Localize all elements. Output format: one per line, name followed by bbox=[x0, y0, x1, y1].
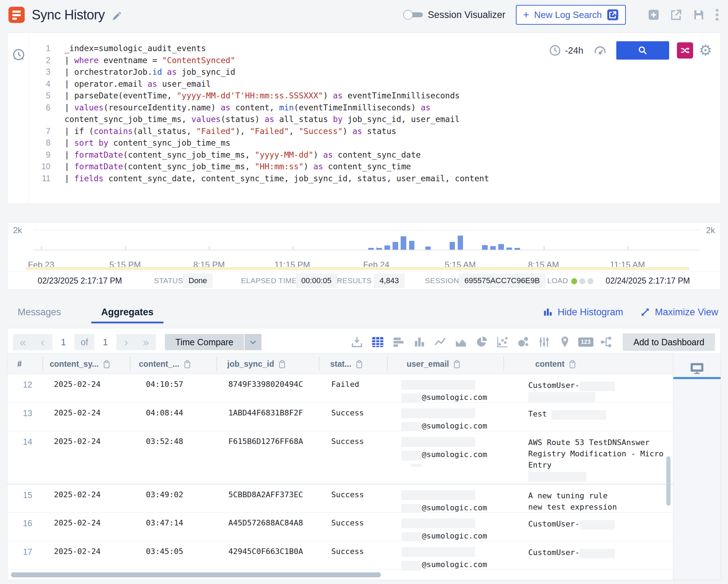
column-header-content_sy[interactable]: content_sy... bbox=[43, 353, 130, 375]
histogram-bar[interactable] bbox=[506, 248, 512, 250]
table-chart-icon[interactable] bbox=[371, 335, 385, 349]
copy-icon[interactable] bbox=[453, 360, 461, 369]
column-header-content_[interactable]: content_... bbox=[130, 353, 217, 375]
bubble-chart-icon[interactable] bbox=[516, 335, 530, 349]
next-page-button[interactable]: › bbox=[116, 334, 136, 350]
gear-icon[interactable]: ⚙ bbox=[699, 43, 712, 58]
page-of-label: of bbox=[74, 337, 94, 347]
redacted-content bbox=[580, 520, 615, 530]
time-range-value[interactable]: -24h bbox=[565, 45, 583, 56]
current-page[interactable]: 1 bbox=[53, 334, 74, 350]
content-line: AWS Route 53 TestDNSAnswer bbox=[528, 437, 673, 448]
time-compare-button[interactable]: Time Compare bbox=[165, 334, 244, 350]
content-text: Registry Modification - Micro bbox=[528, 449, 664, 458]
histogram-plot[interactable]: Feb 235:15 PM8:15 PM11:15 PMFeb 245:15 A… bbox=[33, 230, 699, 250]
query-editor[interactable]: 1_index=sumologic_audit_events2| where e… bbox=[7, 43, 489, 184]
time-selection-strip[interactable] bbox=[26, 267, 689, 270]
histogram-bar[interactable] bbox=[450, 242, 455, 250]
histogram-bar[interactable] bbox=[425, 247, 431, 250]
area-chart-icon[interactable] bbox=[454, 335, 468, 349]
table-row[interactable]: 162025-02-2403:47:14A45D572688AC84A8Succ… bbox=[7, 513, 673, 541]
histogram-bar[interactable] bbox=[368, 248, 374, 250]
histogram-bar[interactable] bbox=[393, 242, 398, 250]
column-header-stat[interactable]: stat... bbox=[319, 353, 387, 375]
map-pin-icon[interactable] bbox=[558, 335, 572, 349]
status-value: Success bbox=[331, 437, 364, 446]
email-domain-line: @sumologic.com bbox=[401, 392, 504, 403]
column-separator bbox=[43, 357, 43, 371]
table-row[interactable]: 172025-02-2403:45:0542945C0F663C1B0ASucc… bbox=[7, 541, 673, 570]
save-icon[interactable] bbox=[692, 8, 705, 22]
row-number: 16 bbox=[23, 518, 32, 528]
content-text: CustomUser- bbox=[528, 548, 580, 557]
histogram-bar[interactable] bbox=[458, 236, 463, 250]
column-header-user_email[interactable]: user_email bbox=[387, 353, 504, 375]
last-page-button[interactable]: » bbox=[136, 334, 156, 350]
scatter-chart-icon[interactable] bbox=[495, 335, 510, 349]
download-icon[interactable] bbox=[350, 335, 364, 349]
table-row[interactable]: 122025-02-2404:10:578749F3398020494CFail… bbox=[7, 374, 673, 403]
cell-time: 03:49:02 bbox=[146, 490, 217, 499]
chart-type-icons: 123 bbox=[350, 335, 613, 349]
single-value-icon[interactable]: 123 bbox=[579, 335, 593, 349]
query-highlight-icon[interactable] bbox=[677, 42, 693, 59]
query-line: 8| sort by content_sync_job_time_ms bbox=[7, 137, 489, 149]
query-line: 7| if (contains(all_status, "Failed"), "… bbox=[7, 126, 489, 138]
search-button[interactable] bbox=[616, 41, 669, 60]
histogram-bar[interactable] bbox=[401, 236, 406, 250]
new-log-search-button[interactable]: + New Log Search bbox=[516, 5, 626, 25]
settings-sliders-icon[interactable] bbox=[537, 335, 551, 349]
histogram-bar[interactable] bbox=[384, 245, 390, 250]
time-compare-dropdown[interactable] bbox=[245, 334, 261, 350]
clock-icon[interactable] bbox=[549, 44, 561, 57]
cell-status: Success bbox=[331, 408, 387, 417]
histogram-bar[interactable] bbox=[376, 248, 382, 250]
first-page-button[interactable]: « bbox=[13, 334, 33, 350]
column-header-#[interactable]: # bbox=[7, 353, 43, 375]
prev-page-button[interactable]: ‹ bbox=[33, 334, 53, 350]
cell-content: CustomUser- bbox=[528, 518, 673, 530]
cell-num: 16 bbox=[23, 518, 43, 528]
table-row[interactable]: 142025-02-2403:52:48F615B6D1276FF68ASucc… bbox=[7, 431, 673, 485]
kebab-menu-icon[interactable] bbox=[715, 8, 720, 22]
pie-chart-icon[interactable] bbox=[475, 335, 489, 349]
copy-icon[interactable] bbox=[184, 360, 191, 369]
copy-icon[interactable] bbox=[278, 360, 286, 369]
histogram-bar[interactable] bbox=[514, 248, 520, 250]
histogram-bar[interactable] bbox=[409, 241, 415, 250]
copy-icon[interactable] bbox=[356, 360, 363, 369]
gauge-icon[interactable] bbox=[593, 43, 607, 57]
tab-aggregates[interactable]: Aggregates bbox=[91, 307, 164, 318]
maximize-view-link[interactable]: Maximize View bbox=[640, 307, 718, 318]
cell-content: Test bbox=[528, 408, 673, 420]
table-row[interactable]: 152025-02-2403:49:025CBBD8A2AFF373ECSucc… bbox=[7, 485, 673, 513]
edit-pencil-icon[interactable] bbox=[111, 10, 123, 22]
column-label: content_sy... bbox=[50, 359, 99, 369]
copy-icon[interactable] bbox=[569, 360, 576, 369]
hide-histogram-link[interactable]: Hide Histogram bbox=[543, 307, 623, 318]
column-separator bbox=[130, 357, 130, 371]
column-header-content[interactable]: content bbox=[504, 353, 673, 375]
add-to-dashboard-icon[interactable] bbox=[647, 8, 660, 22]
vertical-scrollbar[interactable] bbox=[666, 456, 671, 506]
time-compare-control: Time Compare bbox=[165, 334, 261, 350]
cell-num: 13 bbox=[23, 408, 43, 418]
histogram-bar[interactable] bbox=[490, 246, 496, 250]
histogram-bar[interactable] bbox=[498, 244, 504, 250]
bar-chart-icon[interactable] bbox=[391, 335, 406, 349]
plus-icon: + bbox=[523, 10, 529, 20]
box-plot-icon[interactable] bbox=[599, 335, 613, 349]
line-chart-icon[interactable] bbox=[433, 335, 447, 349]
histogram-bar[interactable] bbox=[482, 245, 488, 250]
add-to-dashboard-button[interactable]: Add to Dashboard bbox=[623, 333, 715, 351]
column-chart-icon[interactable] bbox=[412, 335, 426, 349]
column-header-job_sync_id[interactable]: job_sync_id bbox=[217, 353, 319, 375]
monitor-icon[interactable] bbox=[689, 361, 705, 376]
horizontal-scrollbar[interactable] bbox=[11, 572, 381, 577]
copy-icon[interactable] bbox=[103, 360, 110, 369]
table-row[interactable]: 132025-02-2404:08:441ABD44F6831B8F2FSucc… bbox=[7, 403, 673, 431]
session-visualizer-toggle[interactable] bbox=[403, 10, 423, 20]
export-icon[interactable] bbox=[670, 8, 683, 22]
tab-messages[interactable]: Messages bbox=[18, 307, 61, 318]
redacted-content bbox=[580, 549, 615, 558]
